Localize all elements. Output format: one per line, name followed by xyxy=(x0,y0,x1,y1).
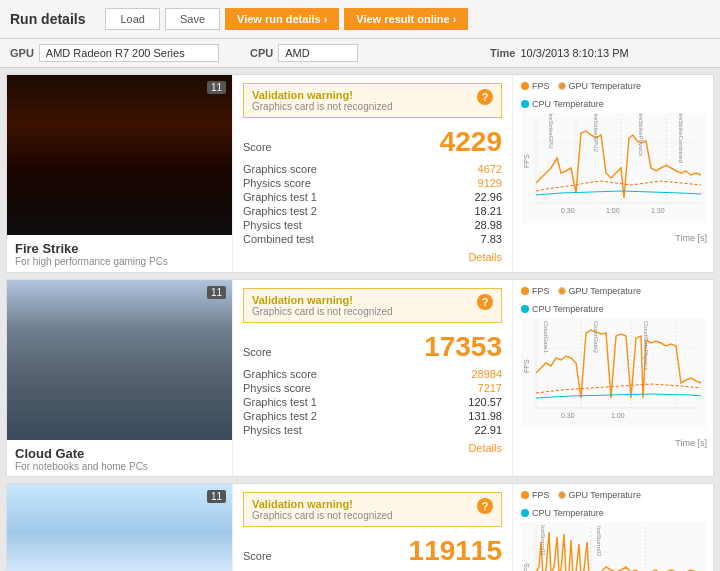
fps-dot xyxy=(521,82,529,90)
card-left-cloud-gate: 11 Cloud Gate For notebooks and home PCs xyxy=(7,280,232,476)
warning-icon: ? xyxy=(477,498,493,514)
load-button[interactable]: Load xyxy=(105,8,159,30)
svg-text:0.30: 0.30 xyxy=(561,412,575,419)
warning-text: Graphics card is not recognized xyxy=(252,101,393,112)
chart-time-label: Time [s] xyxy=(521,233,707,243)
svg-text:FireStrikeGPU: FireStrikeGPU xyxy=(548,113,554,149)
gpu-input[interactable] xyxy=(39,44,219,62)
gpu-temp-dot xyxy=(558,491,566,499)
chart-area-cloud-gate: 0.30 1:00 CloudGate1 CloudGate2 CloudGat… xyxy=(521,318,707,438)
time-value: 10/3/2013 8:10:13 PM xyxy=(520,47,628,59)
score-value: 4229 xyxy=(440,126,502,158)
stat-label: Physics score xyxy=(243,176,432,190)
chart-legend: FPS GPU Temperature CPU Temperature xyxy=(521,286,707,314)
save-button[interactable]: Save xyxy=(165,8,220,30)
details-link[interactable]: Details xyxy=(243,441,502,455)
legend-gpu-temp: GPU Temperature xyxy=(558,81,641,91)
run-details-header: Run details Load Save View run details ›… xyxy=(0,0,720,39)
view-result-online-button[interactable]: View result online › xyxy=(344,8,468,30)
stat-value: 28984 xyxy=(421,367,502,381)
legend-cpu-temp-label: CPU Temperature xyxy=(532,99,604,109)
legend-gpu-temp: GPU Temperature xyxy=(558,490,641,500)
card-right-ice-storm: FPS GPU Temperature CPU Temperature 0.30… xyxy=(513,484,713,571)
legend-gpu-temp-label: GPU Temperature xyxy=(569,81,641,91)
card-left-ice-storm: 11 Ice Storm For mobile devices and entr… xyxy=(7,484,232,571)
warning-title: Validation warning! xyxy=(252,89,393,101)
stats-table: Graphics score 4672 Physics score 9129 G… xyxy=(243,162,502,246)
svg-text:CloudGate1: CloudGate1 xyxy=(543,321,549,354)
warning-box-fire-strike: Validation warning! Graphics card is not… xyxy=(243,83,502,118)
warning-text: Graphics card is not recognized xyxy=(252,510,393,521)
chart-legend: FPS GPU Temperature CPU Temperature xyxy=(521,490,707,518)
legend-gpu-temp: GPU Temperature xyxy=(558,286,641,296)
legend-cpu-temp: CPU Temperature xyxy=(521,304,604,314)
svg-text:CloudGatePhysics: CloudGatePhysics xyxy=(643,321,649,370)
warning-content: Validation warning! Graphics card is not… xyxy=(252,498,393,521)
svg-rect-30 xyxy=(521,522,706,571)
stat-label: Combined test xyxy=(243,232,432,246)
chart-time-label: Time [s] xyxy=(521,438,707,448)
stat-label: Physics test xyxy=(243,423,421,437)
benchmark-title-cloud-gate: Cloud Gate xyxy=(15,446,224,461)
stat-row: Combined test 7.83 xyxy=(243,232,502,246)
warning-content: Validation warning! Graphics card is not… xyxy=(252,89,393,112)
cpu-temp-dot xyxy=(521,509,529,517)
gpu-field: GPU xyxy=(10,44,230,62)
svg-text:FPS: FPS xyxy=(523,154,530,168)
score-value: 119115 xyxy=(409,535,502,567)
svg-text:1:00: 1:00 xyxy=(611,412,625,419)
badge-cloud-gate: 11 xyxy=(207,286,226,299)
svg-text:0.30: 0.30 xyxy=(561,207,575,214)
stat-row: Graphics test 2 18.21 xyxy=(243,204,502,218)
legend-fps-label: FPS xyxy=(532,286,550,296)
stat-row: Physics score 9129 xyxy=(243,176,502,190)
stat-value: 131.98 xyxy=(421,409,502,423)
card-title-area-fire-strike: Fire Strike For high performance gaming … xyxy=(7,235,232,271)
stat-row: Physics test 28.98 xyxy=(243,218,502,232)
stat-value: 4672 xyxy=(432,162,502,176)
stat-value: 120.57 xyxy=(421,395,502,409)
stat-label: Graphics test 2 xyxy=(243,409,421,423)
details-anchor[interactable]: Details xyxy=(468,251,502,263)
stat-row: Graphics score 28984 xyxy=(243,367,502,381)
system-info-bar: GPU CPU Time 10/3/2013 8:10:13 PM xyxy=(0,39,720,68)
stat-label: Graphics test 1 xyxy=(243,190,432,204)
svg-text:FireStrikePhysics: FireStrikePhysics xyxy=(638,113,644,156)
stat-label: Graphics test 2 xyxy=(243,204,432,218)
benchmark-image-fire-strike: 11 xyxy=(7,75,232,235)
card-middle-cloud-gate: Validation warning! Graphics card is not… xyxy=(232,280,513,476)
chart-area-fire-strike: 0.30 1:00 1:30 FPS FireStrikeGPU FireStr… xyxy=(521,113,707,233)
cpu-temp-dot xyxy=(521,305,529,313)
warning-icon: ? xyxy=(477,294,493,310)
warning-title: Validation warning! xyxy=(252,294,393,306)
legend-fps: FPS xyxy=(521,81,550,91)
card-right-cloud-gate: FPS GPU Temperature CPU Temperature 0.30 xyxy=(513,280,713,476)
cpu-input[interactable] xyxy=(278,44,358,62)
cpu-temp-dot xyxy=(521,100,529,108)
legend-cpu-temp: CPU Temperature xyxy=(521,508,604,518)
benchmark-image-cloud-gate: 11 xyxy=(7,280,232,440)
svg-text:FireStrikeGPU2: FireStrikeGPU2 xyxy=(593,113,599,153)
score-label: Score xyxy=(243,141,272,153)
score-row: Score 119115 xyxy=(243,535,502,567)
chart-area-ice-storm: 0.30 IceStorm01 IceStorm02 FPS xyxy=(521,522,707,571)
details-link[interactable]: Details xyxy=(243,250,502,264)
view-run-details-button[interactable]: View run details › xyxy=(225,8,339,30)
legend-cpu-temp: CPU Temperature xyxy=(521,99,604,109)
time-label: Time xyxy=(490,47,515,59)
stat-value: 7.83 xyxy=(432,232,502,246)
svg-text:FPS: FPS xyxy=(523,563,530,571)
warning-text: Graphics card is not recognized xyxy=(252,306,393,317)
svg-text:1:30: 1:30 xyxy=(651,207,665,214)
legend-gpu-temp-label: GPU Temperature xyxy=(569,286,641,296)
warning-box-ice-storm: Validation warning! Graphics card is not… xyxy=(243,492,502,527)
score-label: Score xyxy=(243,550,272,562)
benchmark-card-fire-strike: 11 Fire Strike For high performance gami… xyxy=(6,74,714,273)
stat-value: 9129 xyxy=(432,176,502,190)
details-anchor[interactable]: Details xyxy=(468,442,502,454)
svg-text:FireStrikeCombined: FireStrikeCombined xyxy=(678,113,684,163)
gpu-label: GPU xyxy=(10,47,34,59)
svg-text:FPS: FPS xyxy=(523,359,530,373)
header-action-buttons: Load Save View run details › View result… xyxy=(105,8,468,30)
stat-row: Graphics test 1 120.57 xyxy=(243,395,502,409)
